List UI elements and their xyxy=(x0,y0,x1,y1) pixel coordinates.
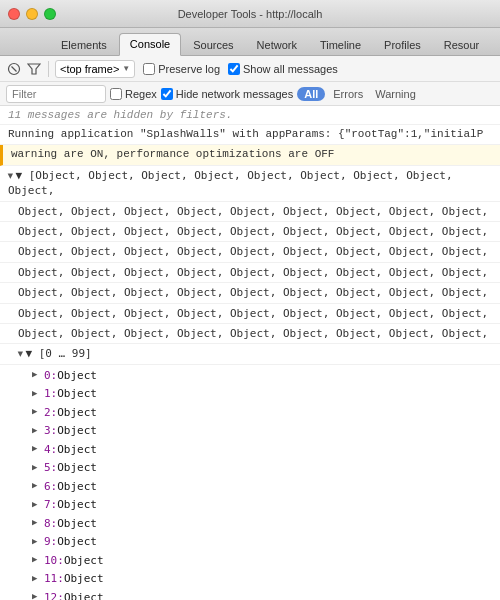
tree-item[interactable]: ▶8: Object xyxy=(8,515,492,534)
tree-item[interactable]: ▶5: Object xyxy=(8,459,492,478)
tree-item[interactable]: ▶9: Object xyxy=(8,533,492,552)
tree-value: Object xyxy=(57,423,97,440)
nav-tabs: Elements Console Sources Network Timelin… xyxy=(0,28,500,56)
errors-button[interactable]: Errors xyxy=(329,87,367,101)
tree-index: 11: xyxy=(44,571,64,588)
tree-toggle-icon[interactable]: ▶ xyxy=(32,499,44,513)
tree-index: 5: xyxy=(44,460,57,477)
tab-network[interactable]: Network xyxy=(246,34,308,56)
frame-selector[interactable]: <top frame> ▼ xyxy=(55,60,135,78)
array-continuation-6: Object, Object, Object, Object, Object, … xyxy=(0,304,500,324)
tree-index: 0: xyxy=(44,368,57,385)
toolbar-options: Preserve log Show all messages xyxy=(143,63,338,75)
tree-item[interactable]: ▶2: Object xyxy=(8,404,492,423)
tree-index: 8: xyxy=(44,516,57,533)
tree-toggle-icon[interactable]: ▶ xyxy=(32,517,44,531)
filter-input[interactable] xyxy=(6,85,106,103)
tree-value: Object xyxy=(64,590,104,600)
array-continuation-4: Object, Object, Object, Object, Object, … xyxy=(0,263,500,283)
array-continuation-2: Object, Object, Object, Object, Object, … xyxy=(0,222,500,242)
minimize-button[interactable] xyxy=(26,8,38,20)
tree-toggle-icon[interactable]: ▶ xyxy=(32,536,44,550)
sub-array-label[interactable]: ▶▼ [0 … 99] xyxy=(0,344,500,364)
hide-network-checkbox[interactable] xyxy=(161,88,173,100)
top-array-line[interactable]: ▶▼ [Object, Object, Object, Object, Obje… xyxy=(0,166,500,202)
window-title: Developer Tools - http://localh xyxy=(178,8,323,20)
tree-toggle-icon[interactable]: ▶ xyxy=(32,369,44,383)
array-continuation-5: Object, Object, Object, Object, Object, … xyxy=(0,283,500,303)
tree-value: Object xyxy=(57,497,97,514)
window-controls[interactable] xyxy=(8,8,56,20)
tree-item[interactable]: ▶10: Object xyxy=(8,552,492,571)
tree-toggle-icon[interactable]: ▶ xyxy=(32,462,44,476)
array-continuation-3: Object, Object, Object, Object, Object, … xyxy=(0,242,500,262)
sub-array-arrow[interactable]: ▶ xyxy=(14,352,27,357)
log-line-run: Running application "SplashWalls" with a… xyxy=(0,125,500,145)
tree-toggle-icon[interactable]: ▶ xyxy=(32,425,44,439)
tree-index: 3: xyxy=(44,423,57,440)
tree-value: Object xyxy=(57,516,97,533)
tree-value: Object xyxy=(64,571,104,588)
tree-index: 7: xyxy=(44,497,57,514)
array-continuation-1: Object, Object, Object, Object, Object, … xyxy=(0,202,500,222)
tab-timeline[interactable]: Timeline xyxy=(309,34,372,56)
console-output: 11 messages are hidden by filters. Runni… xyxy=(0,106,500,600)
warnings-button[interactable]: Warning xyxy=(371,87,420,101)
title-bar: Developer Tools - http://localh xyxy=(0,0,500,28)
tree-item[interactable]: ▶12: Object xyxy=(8,589,492,600)
tree-toggle-icon[interactable]: ▶ xyxy=(32,480,44,494)
all-button[interactable]: All xyxy=(297,87,325,101)
tree-item[interactable]: ▶7: Object xyxy=(8,496,492,515)
filter-icon[interactable] xyxy=(26,61,42,77)
tree-value: Object xyxy=(57,386,97,403)
maximize-button[interactable] xyxy=(44,8,56,20)
tree-value: Object xyxy=(57,442,97,459)
regex-label[interactable]: Regex xyxy=(110,88,157,100)
tree-toggle-icon[interactable]: ▶ xyxy=(32,591,44,600)
top-array-arrow[interactable]: ▶ xyxy=(4,173,17,178)
show-all-checkbox[interactable] xyxy=(228,63,240,75)
preserve-log-checkbox[interactable] xyxy=(143,63,155,75)
tree-index: 2: xyxy=(44,405,57,422)
tree-index: 4: xyxy=(44,442,57,459)
tree-item[interactable]: ▶0: Object xyxy=(8,367,492,386)
frame-label: <top frame> xyxy=(60,63,119,75)
log-line-warning: warning are ON, performance optimization… xyxy=(0,145,500,165)
filter-notice: 11 messages are hidden by filters. xyxy=(0,106,500,125)
tree-value: Object xyxy=(57,534,97,551)
tree-index: 1: xyxy=(44,386,57,403)
tab-console[interactable]: Console xyxy=(119,33,181,56)
tree-value: Object xyxy=(57,460,97,477)
tab-profiles[interactable]: Profiles xyxy=(373,34,432,56)
close-button[interactable] xyxy=(8,8,20,20)
tree-item[interactable]: ▶11: Object xyxy=(8,570,492,589)
tree-toggle-icon[interactable]: ▶ xyxy=(32,388,44,402)
svg-marker-2 xyxy=(28,64,40,74)
tab-elements[interactable]: Elements xyxy=(50,34,118,56)
tree-item[interactable]: ▶6: Object xyxy=(8,478,492,497)
tree-value: Object xyxy=(57,368,97,385)
preserve-log-label[interactable]: Preserve log xyxy=(143,63,220,75)
hide-network-label[interactable]: Hide network messages xyxy=(161,88,293,100)
array-continuation-7: Object, Object, Object, Object, Object, … xyxy=(0,324,500,344)
tree-index: 9: xyxy=(44,534,57,551)
filter-bar: Regex Hide network messages All Errors W… xyxy=(0,82,500,106)
tree-index: 10: xyxy=(44,553,64,570)
tree-value: Object xyxy=(64,553,104,570)
tree-item[interactable]: ▶4: Object xyxy=(8,441,492,460)
tree-toggle-icon[interactable]: ▶ xyxy=(32,573,44,587)
tree-toggle-icon[interactable]: ▶ xyxy=(32,443,44,457)
tab-resources[interactable]: Resour xyxy=(433,34,490,56)
regex-checkbox[interactable] xyxy=(110,88,122,100)
tab-sources[interactable]: Sources xyxy=(182,34,244,56)
tree-item[interactable]: ▶3: Object xyxy=(8,422,492,441)
show-all-label[interactable]: Show all messages xyxy=(228,63,338,75)
tree-item[interactable]: ▶1: Object xyxy=(8,385,492,404)
tree-toggle-icon[interactable]: ▶ xyxy=(32,554,44,568)
clear-console-icon[interactable] xyxy=(6,61,22,77)
tree-index: 12: xyxy=(44,590,64,600)
object-tree: ▶0: Object▶1: Object▶2: Object▶3: Object… xyxy=(0,365,500,600)
tree-toggle-icon[interactable]: ▶ xyxy=(32,406,44,420)
tree-index: 6: xyxy=(44,479,57,496)
svg-line-1 xyxy=(12,66,17,71)
